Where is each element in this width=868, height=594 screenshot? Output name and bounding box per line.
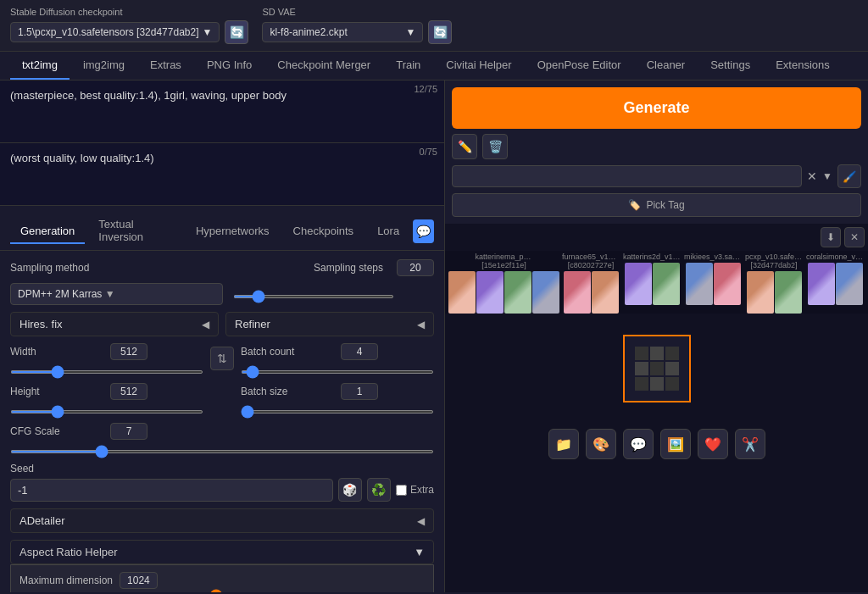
batch-count-slider[interactable] xyxy=(241,370,434,374)
height-slider[interactable] xyxy=(10,410,203,414)
adetailer-section[interactable]: ADetailer ◀ xyxy=(10,508,434,533)
right-panel: Generate ✏️ 🗑️ ✕ ▼ 🖌️ 🏷️ Pick Tag ⬇ xyxy=(445,80,868,592)
trash-icon-btn[interactable]: 🗑️ xyxy=(482,134,508,159)
paint-tool-btn[interactable]: 🎨 xyxy=(586,429,616,459)
thumb-group-2: furnace65_v10.safetensors[c80202727e] xyxy=(561,251,620,314)
batch-count-label: Batch count xyxy=(241,346,334,358)
tab-extensions[interactable]: Extensions xyxy=(764,52,842,80)
sub-tab-textual-inversion[interactable]: Textual Inversion xyxy=(88,213,182,250)
checkpoint-group: Stable Diffusion checkpoint 1.5\pcxp_v10… xyxy=(10,7,248,44)
sub-tab-extra-icon[interactable]: 💬 xyxy=(413,219,434,243)
pick-tag-button[interactable]: 🏷️ Pick Tag xyxy=(452,193,861,217)
bottom-tool-bar: 📁 🎨 💬 🖼️ ❤️ ✂️ xyxy=(445,424,868,464)
vae-label: SD VAE xyxy=(262,7,452,17)
edit-icon-btn[interactable]: ✏️ xyxy=(452,134,477,159)
tab-png-info[interactable]: PNG Info xyxy=(195,52,264,80)
thumb-img-1-2[interactable] xyxy=(476,271,504,314)
tab-cleaner[interactable]: Cleaner xyxy=(635,52,698,80)
sub-tab-checkpoints[interactable]: Checkpoints xyxy=(283,219,364,244)
thumb-img-1-1[interactable] xyxy=(448,271,476,314)
thumb-img-1-3[interactable] xyxy=(504,271,531,314)
max-dim-label: Maximum dimension xyxy=(19,575,113,586)
seed-roll-btn[interactable]: 🎲 xyxy=(338,478,362,502)
thumb-img-2-1[interactable] xyxy=(564,271,591,314)
tab-train[interactable]: Train xyxy=(384,52,432,80)
thumb-img-3-1[interactable] xyxy=(625,263,652,305)
tab-txt2img[interactable]: txt2img xyxy=(10,52,70,80)
width-slider[interactable] xyxy=(10,370,203,374)
sub-tab-hypernetworks[interactable]: Hypernetworks xyxy=(186,219,280,244)
chat-tool-btn[interactable]: 💬 xyxy=(623,429,654,459)
swap-dimensions-btn[interactable]: ⇅ xyxy=(210,347,234,370)
tab-checkpoint-merger[interactable]: Checkpoint Merger xyxy=(265,52,382,80)
tab-settings[interactable]: Settings xyxy=(698,52,762,80)
tab-civitai-helper[interactable]: Civitai Helper xyxy=(434,52,523,80)
style-apply-btn[interactable]: 🖌️ xyxy=(837,164,861,188)
vae-dropdown[interactable]: kl-f8-anime2.ckpt ▼ xyxy=(262,22,423,42)
batch-size-slider[interactable] xyxy=(241,410,434,414)
height-label-row: Height 512 xyxy=(10,383,203,400)
tab-extras[interactable]: Extras xyxy=(138,52,193,80)
positive-prompt-input[interactable]: (masterpiece, best quality:1.4), 1girl, … xyxy=(0,80,444,140)
aspect-ratio-header[interactable]: Aspect Ratio Helper ▼ xyxy=(10,540,434,564)
thumb-label-4: mikiees_v3.safetensors xyxy=(683,251,743,263)
batch-count-value[interactable]: 4 xyxy=(341,343,378,360)
vae-refresh-btn[interactable]: 🔄 xyxy=(428,20,452,44)
negative-prompt-input[interactable]: (worst quality, low quality:1.4) xyxy=(0,143,444,203)
thumb-img-6-2[interactable] xyxy=(836,263,863,305)
tab-img2img[interactable]: img2img xyxy=(71,52,136,80)
checkpoint-refresh-btn[interactable]: 🔄 xyxy=(225,20,248,44)
thumb-img-3-2[interactable] xyxy=(653,263,680,305)
style-clear-btn[interactable]: ✕ xyxy=(807,169,817,183)
cut-tool-btn[interactable]: ✂️ xyxy=(735,429,765,459)
sampling-steps-slider[interactable] xyxy=(233,295,394,298)
thumb-img-4-1[interactable] xyxy=(686,263,713,305)
gallery-download-btn[interactable]: ⬇ xyxy=(821,227,841,247)
sub-tab-lora[interactable]: Lora xyxy=(367,219,409,244)
thumb-img-6-1[interactable] xyxy=(808,263,835,305)
thumb-group-3: katterins2d_v10.safetensors xyxy=(622,251,682,314)
pick-tag-label: Pick Tag xyxy=(646,199,684,211)
seed-input[interactable] xyxy=(10,479,333,502)
height-value[interactable]: 512 xyxy=(110,383,147,400)
height-batchsize-grid: Height 512 Batch size 1 xyxy=(10,383,434,416)
thumb-img-4-2[interactable] xyxy=(714,263,741,305)
thumb-img-1-4[interactable] xyxy=(532,271,559,314)
thumbnails-strip: katterinema_pastel.safetensors[15e1e2f11… xyxy=(445,251,868,314)
cfg-scale-slider[interactable] xyxy=(10,450,434,453)
thumb-img-5-2[interactable] xyxy=(775,271,802,314)
positive-prompt-count: 12/75 xyxy=(414,84,437,94)
tab-openpose-editor[interactable]: OpenPose Editor xyxy=(526,52,633,80)
refiner-btn[interactable]: Refiner ◀ xyxy=(225,312,434,336)
preview-cell xyxy=(665,362,679,375)
sub-tab-generation[interactable]: Generation xyxy=(10,219,85,244)
thumb-images-5 xyxy=(747,271,802,314)
style-input[interactable] xyxy=(452,165,802,187)
heart-tool-btn[interactable]: ❤️ xyxy=(698,429,728,459)
thumb-img-5-1[interactable] xyxy=(747,271,774,314)
width-label-row: Width 512 xyxy=(10,343,203,360)
hires-fix-btn[interactable]: Hires. fix ◀ xyxy=(10,312,219,336)
sampling-method-dropdown[interactable]: DPM++ 2M Karras ▼ xyxy=(10,283,223,305)
max-dim-value[interactable]: 1024 xyxy=(120,572,158,589)
seed-recycle-btn[interactable]: ♻️ xyxy=(367,478,391,502)
generate-button[interactable]: Generate xyxy=(452,87,861,129)
gallery-close-btn[interactable]: ✕ xyxy=(844,227,865,247)
width-group: Width 512 xyxy=(10,343,203,376)
top-bar: Stable Diffusion checkpoint 1.5\pcxp_v10… xyxy=(0,0,868,52)
checkpoint-dropdown[interactable]: 1.5\pcxp_v10.safetensors [32d477dab2] ▼ xyxy=(10,22,220,42)
thumb-images-2 xyxy=(564,271,619,314)
preview-cell xyxy=(650,347,664,360)
image-tool-btn[interactable]: 🖼️ xyxy=(660,429,691,459)
width-value[interactable]: 512 xyxy=(110,343,147,360)
extra-checkbox[interactable] xyxy=(396,485,407,496)
height-group: Height 512 xyxy=(10,383,203,416)
cfg-scale-value[interactable]: 7 xyxy=(110,423,147,440)
batch-size-value[interactable]: 1 xyxy=(341,383,378,400)
sampling-steps-value[interactable]: 20 xyxy=(397,259,434,276)
thumb-img-2-2[interactable] xyxy=(592,271,619,314)
folder-tool-btn[interactable]: 📁 xyxy=(548,429,579,459)
thumb-label-1: katterinema_pastel.safetensors[15e1e2f11… xyxy=(475,251,534,271)
preview-selected-image[interactable] xyxy=(623,335,691,402)
sampling-controls-row: DPM++ 2M Karras ▼ xyxy=(10,283,434,305)
